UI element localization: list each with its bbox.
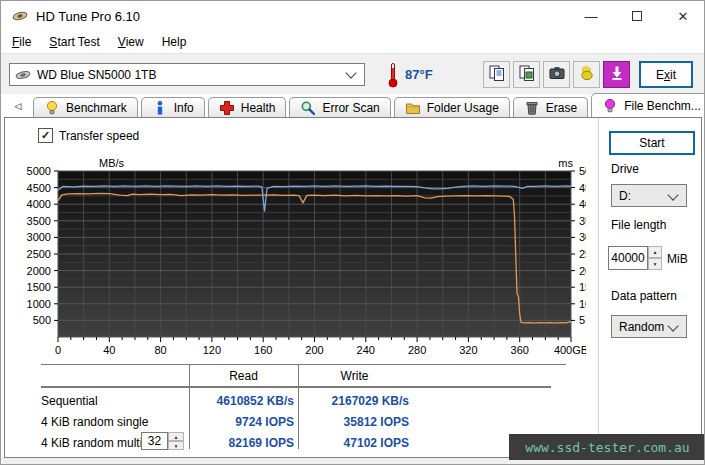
bulb-yellow-icon xyxy=(44,100,60,116)
tab-label: Folder Usage xyxy=(427,101,499,115)
tabbar: ◁ BenchmarkInfoHealthError ScanFolder Us… xyxy=(1,94,705,117)
x-axis-tick: 40 xyxy=(103,344,115,356)
y-axis-right-tick: 30 xyxy=(579,231,586,243)
bulb-purple-icon xyxy=(602,98,618,114)
hd-tune-pro-window: HD Tune Pro 6.10 — ✕ FileStart TestViewH… xyxy=(0,0,705,465)
titlebar: HD Tune Pro 6.10 — ✕ xyxy=(1,1,705,31)
copy-text-button[interactable] xyxy=(483,61,510,88)
file-length-input[interactable]: 40000 xyxy=(608,246,648,270)
y-axis-left-tick: 500 xyxy=(33,314,51,326)
donate-button[interactable] xyxy=(573,61,600,88)
table-header-rule xyxy=(41,386,551,388)
screenshot-button[interactable] xyxy=(543,61,570,88)
drive-selector[interactable]: WD Blue SN5000 1TB xyxy=(9,63,365,86)
table-vline-1 xyxy=(189,365,190,449)
maximize-button[interactable] xyxy=(614,1,660,31)
benchmark-chart: 5001000150020002500300035004000450050005… xyxy=(26,151,586,363)
y-axis-right-tick: 45 xyxy=(579,182,586,194)
result-row-label: 4 KiB random multi xyxy=(41,436,142,450)
drive-selector-value: WD Blue SN5000 1TB xyxy=(37,68,156,82)
tab-folder-usage[interactable]: Folder Usage xyxy=(394,97,510,117)
transfer-speed-checkbox[interactable]: ✓ xyxy=(38,128,53,143)
menu-help[interactable]: Help xyxy=(153,33,196,51)
copy-image-button[interactable] xyxy=(513,61,540,88)
data-pattern-label: Data pattern xyxy=(611,289,677,303)
tab-label: Benchmark xyxy=(66,101,127,115)
copy-image-icon xyxy=(518,64,536,85)
y-axis-left-tick: 1000 xyxy=(27,298,51,310)
y-axis-left-tick: 2000 xyxy=(27,265,51,277)
x-axis-tick: 120 xyxy=(203,344,221,356)
close-button[interactable]: ✕ xyxy=(660,1,705,31)
x-axis-tick: 160 xyxy=(254,344,272,356)
hand-icon xyxy=(578,64,596,85)
data-pattern-combobox[interactable]: Random xyxy=(611,315,687,338)
transfer-speed-label: Transfer speed xyxy=(59,129,139,143)
watermark-text: www.ssd-tester.com.au xyxy=(525,440,689,455)
file-length-stepper: ▲ ▼ xyxy=(648,246,662,270)
tab-label: Erase xyxy=(546,101,577,115)
y-axis-right-tick: 40 xyxy=(579,198,586,210)
table-top-rule xyxy=(41,364,566,365)
x-axis-tick: 0 xyxy=(55,344,61,356)
y-axis-left-tick: 1500 xyxy=(27,281,51,293)
y-axis-right-tick: 25 xyxy=(579,248,586,260)
tab-erase[interactable]: Erase xyxy=(513,97,588,117)
y-axis-right-tick: 15 xyxy=(579,281,586,293)
queue-depth-stepper: ▲ ▼ xyxy=(168,432,184,450)
file-length-up-button[interactable]: ▲ xyxy=(648,246,662,258)
tab-health[interactable]: Health xyxy=(208,97,287,117)
y-axis-left-tick: 5000 xyxy=(27,165,51,177)
tab-file-benchm[interactable]: File Benchm... xyxy=(591,93,705,117)
queue-depth-input[interactable]: 32 xyxy=(141,432,168,450)
result-write-value: 2167029 KB/s xyxy=(308,394,409,408)
drive-label: Drive xyxy=(611,162,639,176)
menu-file[interactable]: File xyxy=(3,33,40,51)
result-write-value: 47102 IOPS xyxy=(308,436,409,450)
x-axis-tick: 280 xyxy=(408,344,426,356)
disk-icon xyxy=(15,67,31,83)
info-icon xyxy=(152,100,168,116)
file-length-down-button[interactable]: ▼ xyxy=(648,258,662,270)
queue-depth-up-button[interactable]: ▲ xyxy=(168,432,184,441)
result-read-value: 82169 IOPS xyxy=(199,436,294,450)
tab-label: Health xyxy=(241,101,276,115)
data-pattern-value: Random xyxy=(619,320,664,334)
y-axis-right-tick: 20 xyxy=(579,265,586,277)
y-axis-left-tick: 3500 xyxy=(27,215,51,227)
window-title: HD Tune Pro 6.10 xyxy=(36,9,140,24)
tab-error-scan[interactable]: Error Scan xyxy=(289,97,390,117)
exit-button[interactable]: Exit xyxy=(639,61,693,88)
y-axis-left-tick: 4500 xyxy=(27,182,51,194)
download-icon xyxy=(608,64,626,85)
y-axis-left-tick: 4000 xyxy=(27,198,51,210)
download-button[interactable] xyxy=(603,61,630,88)
file-length-label: File length xyxy=(611,218,666,232)
x-axis-tick: 240 xyxy=(357,344,375,356)
x-axis-tick: 200 xyxy=(305,344,323,356)
tab-label: Info xyxy=(174,101,194,115)
tab-label: Error Scan xyxy=(322,101,379,115)
start-button[interactable]: Start xyxy=(609,131,695,155)
temperature-icon xyxy=(385,62,401,88)
magnifier-icon xyxy=(300,100,316,116)
tab-benchmark[interactable]: Benchmark xyxy=(33,97,138,117)
copy-icon xyxy=(488,64,506,85)
result-read-value: 9724 IOPS xyxy=(199,415,294,429)
drive-combobox[interactable]: D: xyxy=(611,184,687,207)
health-cross-icon xyxy=(219,100,235,116)
x-axis-tick: 360 xyxy=(511,344,529,356)
y-axis-right-unit-label: ms xyxy=(558,157,573,169)
tab-info[interactable]: Info xyxy=(141,97,205,117)
result-row-label: Sequential xyxy=(41,394,98,408)
tab-scroll-left-button[interactable]: ◁ xyxy=(11,99,25,113)
result-row-label: 4 KiB random single xyxy=(41,415,148,429)
chevron-down-icon xyxy=(667,320,678,331)
toolbar: WD Blue SN5000 1TB 87°F Exit xyxy=(1,53,705,94)
menu-view[interactable]: View xyxy=(109,33,153,51)
result-read-value: 4610852 KB/s xyxy=(199,394,294,408)
menu-start-test[interactable]: Start Test xyxy=(40,33,108,51)
queue-depth-down-button[interactable]: ▼ xyxy=(168,441,184,450)
y-axis-right-tick: 50 xyxy=(579,165,586,177)
minimize-button[interactable]: — xyxy=(568,1,614,31)
